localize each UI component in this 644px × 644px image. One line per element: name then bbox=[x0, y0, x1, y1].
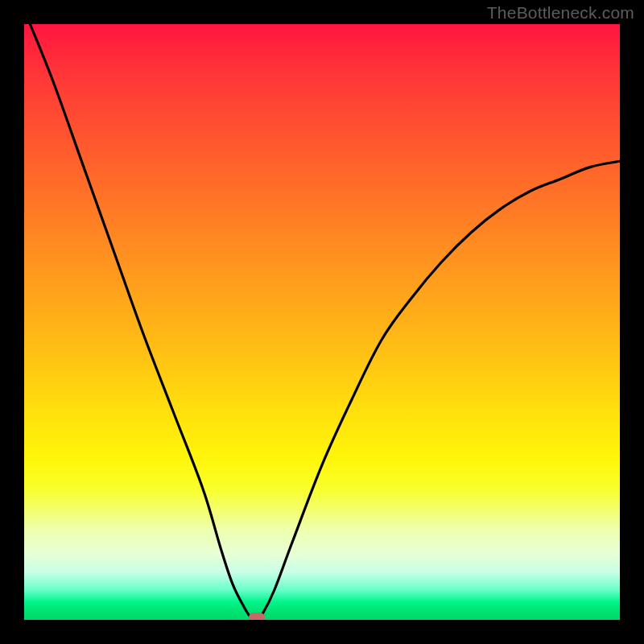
plot-area bbox=[24, 24, 620, 620]
optimal-point-marker bbox=[249, 613, 265, 620]
curve-svg bbox=[24, 24, 620, 620]
chart-frame: TheBottleneck.com bbox=[0, 0, 644, 644]
bottleneck-curve bbox=[30, 24, 620, 620]
watermark-text: TheBottleneck.com bbox=[487, 3, 634, 23]
